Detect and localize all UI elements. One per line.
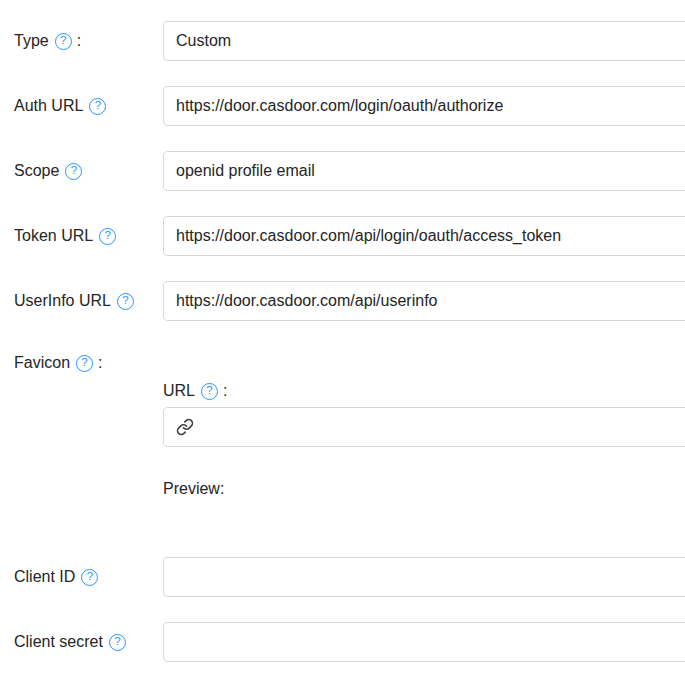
scope-label: Scope ? bbox=[0, 162, 163, 180]
token-url-control bbox=[163, 216, 685, 256]
colon: : bbox=[98, 354, 102, 372]
help-icon[interactable]: ? bbox=[89, 98, 106, 115]
provider-edit-form: Type ? : Auth URL ? Scope ? bbox=[0, 0, 685, 676]
favicon-preview-label: Preview: bbox=[163, 477, 685, 501]
auth-url-label: Auth URL ? bbox=[0, 97, 163, 115]
help-icon[interactable]: ? bbox=[99, 228, 116, 245]
form-row-auth-url: Auth URL ? bbox=[0, 86, 685, 126]
type-label: Type ? : bbox=[0, 32, 163, 50]
auth-url-label-text: Auth URL bbox=[14, 97, 83, 115]
help-icon[interactable]: ? bbox=[76, 355, 93, 372]
token-url-label-text: Token URL bbox=[14, 227, 93, 245]
colon: : bbox=[223, 379, 227, 403]
help-icon[interactable]: ? bbox=[117, 293, 134, 310]
favicon-control: URL ? : Preview: bbox=[163, 346, 685, 532]
help-icon[interactable]: ? bbox=[201, 383, 218, 400]
scope-control bbox=[163, 151, 685, 191]
client-id-input[interactable] bbox=[163, 557, 685, 597]
help-icon[interactable]: ? bbox=[109, 634, 126, 651]
help-icon[interactable]: ? bbox=[81, 569, 98, 586]
userinfo-url-label-text: UserInfo URL bbox=[14, 292, 111, 310]
favicon-url-input[interactable] bbox=[203, 408, 685, 446]
help-icon[interactable]: ? bbox=[55, 33, 72, 50]
userinfo-url-control bbox=[163, 281, 685, 321]
favicon-label: Favicon ? : bbox=[0, 346, 163, 372]
client-secret-control bbox=[163, 622, 685, 662]
scope-input[interactable] bbox=[163, 151, 685, 191]
userinfo-url-input[interactable] bbox=[163, 281, 685, 321]
type-control bbox=[163, 21, 685, 61]
help-icon[interactable]: ? bbox=[65, 163, 82, 180]
colon: : bbox=[77, 32, 81, 50]
form-row-client-id: Client ID ? bbox=[0, 557, 685, 597]
client-id-control bbox=[163, 557, 685, 597]
form-row-favicon: Favicon ? : URL ? : bbox=[0, 346, 685, 532]
auth-url-input[interactable] bbox=[163, 86, 685, 126]
form-row-scope: Scope ? bbox=[0, 151, 685, 191]
client-id-label: Client ID ? bbox=[0, 568, 163, 586]
token-url-label: Token URL ? bbox=[0, 227, 163, 245]
token-url-input[interactable] bbox=[163, 216, 685, 256]
client-secret-label: Client secret ? bbox=[0, 633, 163, 651]
favicon-url-label-text: URL bbox=[163, 379, 195, 403]
type-select[interactable] bbox=[163, 21, 685, 61]
form-row-userinfo-url: UserInfo URL ? bbox=[0, 281, 685, 321]
form-row-token-url: Token URL ? bbox=[0, 216, 685, 256]
form: Type ? : Auth URL ? Scope ? bbox=[0, 0, 685, 662]
favicon-url-field bbox=[163, 407, 685, 447]
favicon-url-label: URL ? : bbox=[163, 379, 685, 403]
userinfo-url-label: UserInfo URL ? bbox=[0, 292, 163, 310]
client-secret-input[interactable] bbox=[163, 622, 685, 662]
client-id-label-text: Client ID bbox=[14, 568, 75, 586]
favicon-label-text: Favicon bbox=[14, 354, 70, 372]
scope-label-text: Scope bbox=[14, 162, 59, 180]
client-secret-label-text: Client secret bbox=[14, 633, 103, 651]
type-label-text: Type bbox=[14, 32, 49, 50]
favicon-preview-area bbox=[163, 501, 685, 532]
form-row-type: Type ? : bbox=[0, 21, 685, 61]
form-row-client-secret: Client secret ? bbox=[0, 622, 685, 662]
auth-url-control bbox=[163, 86, 685, 126]
link-icon bbox=[176, 418, 194, 436]
